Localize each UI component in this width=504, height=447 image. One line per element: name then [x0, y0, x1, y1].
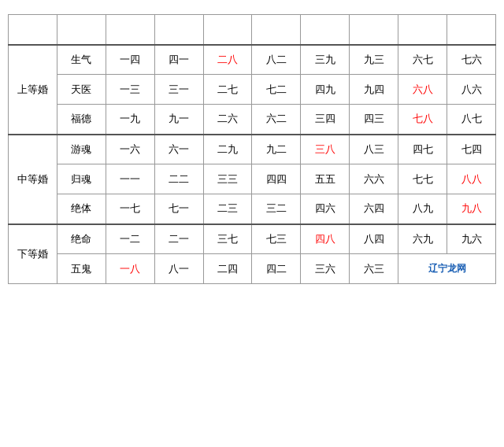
data-cell: 八六 — [447, 75, 496, 105]
table-row: 下等婚绝命一二二一三七七三四八八四六九九六 — [9, 224, 496, 254]
data-cell: 三三 — [203, 164, 252, 194]
table-header — [9, 15, 496, 45]
data-cell: 九八 — [447, 194, 496, 224]
data-cell: 二七 — [203, 75, 252, 105]
col-header-4 — [252, 15, 301, 45]
data-cell: 九二 — [252, 135, 301, 164]
data-cell: 一四 — [106, 45, 154, 75]
header-empty — [57, 15, 106, 45]
data-cell: 八三 — [350, 135, 398, 164]
data-cell: 一二 — [106, 224, 154, 254]
row-name: 绝体 — [57, 194, 106, 224]
table-row: 福德一九九一二六六二三四四三七八八七 — [9, 105, 496, 135]
data-cell: 四三 — [350, 105, 398, 135]
data-cell: 九六 — [447, 224, 496, 254]
data-cell: 四七 — [398, 135, 447, 164]
data-cell: 八一 — [154, 254, 203, 284]
data-cell: 九四 — [350, 75, 398, 105]
data-cell: 七七 — [398, 164, 447, 194]
data-cell: 二六 — [203, 105, 252, 135]
row-name: 绝命 — [57, 224, 106, 254]
data-cell: 一三 — [106, 75, 154, 105]
col-header-1 — [106, 15, 154, 45]
data-cell: 三二 — [252, 194, 301, 224]
marriage-table: 上等婚生气一四四一二八八二三九九三六七七六天医一三三一二七七二四九九四六八八六福… — [8, 14, 496, 284]
data-cell: 四二 — [252, 254, 301, 284]
data-cell: 二二 — [154, 164, 203, 194]
row-name: 游魂 — [57, 135, 106, 164]
grade-cell: 上等婚 — [9, 45, 57, 135]
data-cell: 六一 — [154, 135, 203, 164]
data-cell: 二四 — [203, 254, 252, 284]
data-cell: 一八 — [106, 254, 154, 284]
col-header-6 — [350, 15, 398, 45]
data-cell: 六七 — [398, 45, 447, 75]
data-cell: 九三 — [350, 45, 398, 75]
watermark-cell: 辽宁龙网 — [398, 254, 496, 284]
data-cell: 三七 — [203, 224, 252, 254]
data-cell: 八八 — [447, 164, 496, 194]
col-header-2 — [154, 15, 203, 45]
data-cell: 六九 — [398, 224, 447, 254]
data-cell: 八二 — [252, 45, 301, 75]
table-row: 上等婚生气一四四一二八八二三九九三六七七六 — [9, 45, 496, 75]
data-cell: 三八 — [301, 135, 350, 164]
row-name: 福德 — [57, 105, 106, 135]
grade-cell: 下等婚 — [9, 224, 57, 284]
row-name: 五鬼 — [57, 254, 106, 284]
data-cell: 一七 — [106, 194, 154, 224]
data-cell: 五五 — [301, 164, 350, 194]
data-cell: 三四 — [301, 105, 350, 135]
data-cell: 八七 — [447, 105, 496, 135]
row-name: 归魂 — [57, 164, 106, 194]
data-cell: 二九 — [203, 135, 252, 164]
col-header-7 — [398, 15, 447, 45]
data-cell: 九一 — [154, 105, 203, 135]
data-cell: 四一 — [154, 45, 203, 75]
data-cell: 七二 — [252, 75, 301, 105]
table-row: 中等婚游魂一六六一二九九二三八八三四七七四 — [9, 135, 496, 164]
data-cell: 四四 — [252, 164, 301, 194]
grade-cell: 中等婚 — [9, 135, 57, 224]
data-cell: 七六 — [447, 45, 496, 75]
data-cell: 六六 — [350, 164, 398, 194]
data-cell: 三六 — [301, 254, 350, 284]
data-cell: 七三 — [252, 224, 301, 254]
row-name: 天医 — [57, 75, 106, 105]
data-cell: 三九 — [301, 45, 350, 75]
data-cell: 四八 — [301, 224, 350, 254]
col-header-3 — [203, 15, 252, 45]
table-row: 五鬼一八八一二四四二三六六三辽宁龙网 — [9, 254, 496, 284]
data-cell: 二八 — [203, 45, 252, 75]
row-name: 生气 — [57, 45, 106, 75]
data-cell: 二一 — [154, 224, 203, 254]
data-cell: 四六 — [301, 194, 350, 224]
data-cell: 三一 — [154, 75, 203, 105]
data-cell: 一六 — [106, 135, 154, 164]
table-row: 天医一三三一二七七二四九九四六八八六 — [9, 75, 496, 105]
table-row: 归魂一一二二三三四四五五六六七七八八 — [9, 164, 496, 194]
col-header-8 — [447, 15, 496, 45]
data-cell: 七八 — [398, 105, 447, 135]
data-cell: 二三 — [203, 194, 252, 224]
data-cell: 六八 — [398, 75, 447, 105]
col-header-5 — [301, 15, 350, 45]
header-label — [9, 15, 57, 45]
table-row: 绝体一七七一二三三二四六六四八九九八 — [9, 194, 496, 224]
data-cell: 一九 — [106, 105, 154, 135]
data-cell: 六四 — [350, 194, 398, 224]
data-cell: 八九 — [398, 194, 447, 224]
watermark-text: 辽宁龙网 — [428, 263, 466, 274]
data-cell: 四九 — [301, 75, 350, 105]
data-cell: 八四 — [350, 224, 398, 254]
data-cell: 七一 — [154, 194, 203, 224]
data-cell: 七四 — [447, 135, 496, 164]
data-cell: 六二 — [252, 105, 301, 135]
data-cell: 六三 — [350, 254, 398, 284]
data-cell: 一一 — [106, 164, 154, 194]
